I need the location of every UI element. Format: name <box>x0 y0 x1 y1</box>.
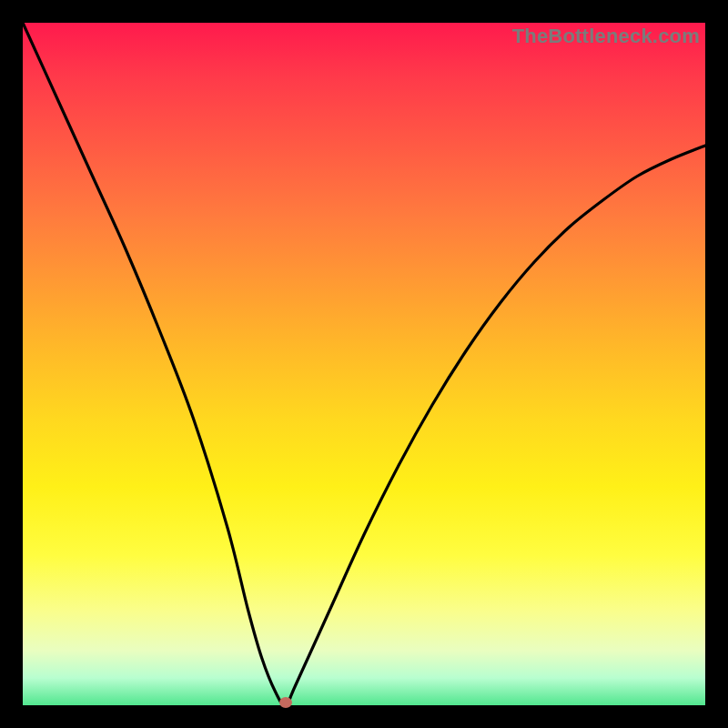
chart-frame: TheBottleneck.com <box>0 0 728 728</box>
bottleneck-curve <box>23 23 705 705</box>
minimum-marker <box>279 697 292 708</box>
plot-area: TheBottleneck.com <box>23 23 705 705</box>
